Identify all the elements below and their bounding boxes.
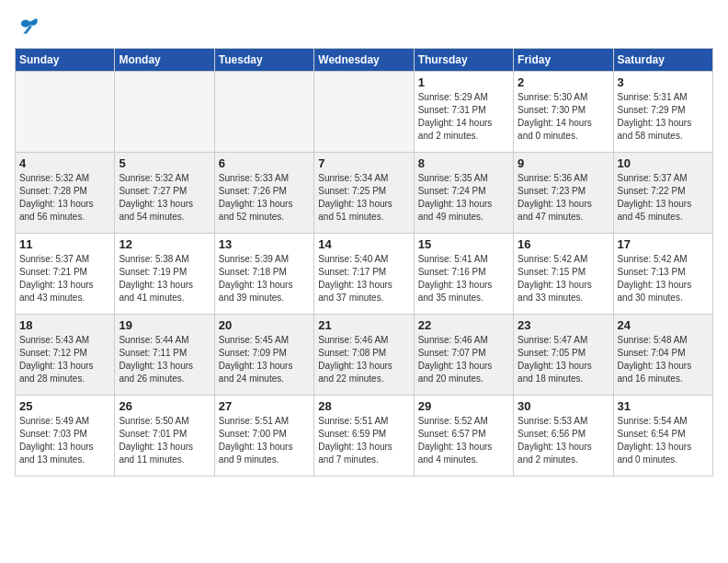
day-info: Sunrise: 5:32 AM Sunset: 7:27 PM Dayligh… [119, 172, 210, 224]
calendar-week-row: 11Sunrise: 5:37 AM Sunset: 7:21 PM Dayli… [16, 234, 713, 315]
day-number: 20 [219, 318, 310, 332]
day-info: Sunrise: 5:33 AM Sunset: 7:26 PM Dayligh… [219, 172, 310, 224]
day-info: Sunrise: 5:40 AM Sunset: 7:17 PM Dayligh… [318, 253, 409, 304]
calendar-day-cell: 16Sunrise: 5:42 AM Sunset: 7:15 PM Dayli… [514, 234, 613, 315]
calendar-day-cell [314, 72, 414, 153]
day-info: Sunrise: 5:36 AM Sunset: 7:23 PM Dayligh… [518, 172, 609, 224]
logo-icon [15, 15, 40, 40]
calendar-week-row: 18Sunrise: 5:43 AM Sunset: 7:12 PM Dayli… [16, 315, 713, 396]
day-number: 17 [618, 237, 709, 251]
day-number: 27 [219, 399, 310, 413]
calendar-day-cell: 27Sunrise: 5:51 AM Sunset: 7:00 PM Dayli… [214, 396, 313, 477]
calendar-day-cell: 20Sunrise: 5:45 AM Sunset: 7:09 PM Dayli… [214, 315, 313, 396]
day-info: Sunrise: 5:31 AM Sunset: 7:29 PM Dayligh… [618, 91, 709, 143]
weekday-header-friday: Friday [514, 49, 613, 72]
calendar-day-cell: 10Sunrise: 5:37 AM Sunset: 7:22 PM Dayli… [613, 153, 712, 234]
calendar-day-cell: 24Sunrise: 5:48 AM Sunset: 7:04 PM Dayli… [613, 315, 712, 396]
calendar-day-cell: 17Sunrise: 5:42 AM Sunset: 7:13 PM Dayli… [613, 234, 712, 315]
calendar-day-cell: 7Sunrise: 5:34 AM Sunset: 7:25 PM Daylig… [314, 153, 414, 234]
day-number: 13 [219, 237, 310, 251]
day-info: Sunrise: 5:46 AM Sunset: 7:08 PM Dayligh… [318, 334, 409, 385]
weekday-header-thursday: Thursday [414, 49, 513, 72]
page-header [15, 15, 713, 40]
calendar-day-cell: 5Sunrise: 5:32 AM Sunset: 7:27 PM Daylig… [115, 153, 214, 234]
day-number: 21 [318, 318, 409, 332]
day-info: Sunrise: 5:49 AM Sunset: 7:03 PM Dayligh… [19, 415, 110, 466]
day-info: Sunrise: 5:50 AM Sunset: 7:01 PM Dayligh… [119, 415, 210, 466]
calendar-day-cell: 21Sunrise: 5:46 AM Sunset: 7:08 PM Dayli… [314, 315, 414, 396]
calendar-day-cell: 22Sunrise: 5:46 AM Sunset: 7:07 PM Dayli… [414, 315, 513, 396]
day-number: 22 [418, 318, 509, 332]
day-number: 4 [19, 156, 110, 170]
day-info: Sunrise: 5:34 AM Sunset: 7:25 PM Dayligh… [318, 172, 409, 224]
day-number: 30 [518, 399, 609, 413]
calendar-day-cell: 15Sunrise: 5:41 AM Sunset: 7:16 PM Dayli… [414, 234, 513, 315]
calendar-day-cell: 2Sunrise: 5:30 AM Sunset: 7:30 PM Daylig… [514, 72, 613, 153]
calendar-day-cell: 6Sunrise: 5:33 AM Sunset: 7:26 PM Daylig… [214, 153, 313, 234]
day-number: 23 [518, 318, 609, 332]
day-info: Sunrise: 5:30 AM Sunset: 7:30 PM Dayligh… [518, 91, 609, 143]
day-info: Sunrise: 5:43 AM Sunset: 7:12 PM Dayligh… [19, 334, 110, 385]
calendar-day-cell: 23Sunrise: 5:47 AM Sunset: 7:05 PM Dayli… [514, 315, 613, 396]
day-number: 24 [618, 318, 709, 332]
day-number: 3 [618, 75, 709, 89]
calendar-day-cell: 28Sunrise: 5:51 AM Sunset: 6:59 PM Dayli… [314, 396, 414, 477]
calendar-day-cell: 18Sunrise: 5:43 AM Sunset: 7:12 PM Dayli… [16, 315, 115, 396]
day-info: Sunrise: 5:52 AM Sunset: 6:57 PM Dayligh… [418, 415, 509, 466]
day-info: Sunrise: 5:41 AM Sunset: 7:16 PM Dayligh… [418, 253, 509, 304]
calendar-day-cell [115, 72, 214, 153]
day-info: Sunrise: 5:45 AM Sunset: 7:09 PM Dayligh… [219, 334, 310, 385]
calendar-week-row: 1Sunrise: 5:29 AM Sunset: 7:31 PM Daylig… [16, 72, 713, 153]
calendar-day-cell [214, 72, 313, 153]
day-number: 2 [518, 75, 609, 89]
day-info: Sunrise: 5:53 AM Sunset: 6:56 PM Dayligh… [518, 415, 609, 466]
day-info: Sunrise: 5:38 AM Sunset: 7:19 PM Dayligh… [119, 253, 210, 304]
weekday-header-wednesday: Wednesday [314, 49, 414, 72]
day-number: 19 [119, 318, 210, 332]
day-info: Sunrise: 5:44 AM Sunset: 7:11 PM Dayligh… [119, 334, 210, 385]
calendar-day-cell: 3Sunrise: 5:31 AM Sunset: 7:29 PM Daylig… [613, 72, 712, 153]
day-info: Sunrise: 5:29 AM Sunset: 7:31 PM Dayligh… [418, 91, 509, 143]
calendar-day-cell: 25Sunrise: 5:49 AM Sunset: 7:03 PM Dayli… [16, 396, 115, 477]
day-number: 16 [518, 237, 609, 251]
day-number: 18 [19, 318, 110, 332]
calendar-day-cell: 11Sunrise: 5:37 AM Sunset: 7:21 PM Dayli… [16, 234, 115, 315]
day-number: 5 [119, 156, 210, 170]
day-number: 6 [219, 156, 310, 170]
calendar-day-cell: 29Sunrise: 5:52 AM Sunset: 6:57 PM Dayli… [414, 396, 513, 477]
calendar-week-row: 4Sunrise: 5:32 AM Sunset: 7:28 PM Daylig… [16, 153, 713, 234]
day-info: Sunrise: 5:35 AM Sunset: 7:24 PM Dayligh… [418, 172, 509, 224]
day-number: 8 [418, 156, 509, 170]
day-info: Sunrise: 5:51 AM Sunset: 6:59 PM Dayligh… [318, 415, 409, 466]
day-info: Sunrise: 5:48 AM Sunset: 7:04 PM Dayligh… [618, 334, 709, 385]
day-info: Sunrise: 5:37 AM Sunset: 7:22 PM Dayligh… [618, 172, 709, 224]
day-number: 12 [119, 237, 210, 251]
calendar-day-cell: 13Sunrise: 5:39 AM Sunset: 7:18 PM Dayli… [214, 234, 313, 315]
weekday-header-saturday: Saturday [613, 49, 712, 72]
day-number: 9 [518, 156, 609, 170]
calendar-table: SundayMondayTuesdayWednesdayThursdayFrid… [15, 48, 713, 477]
calendar-day-cell: 1Sunrise: 5:29 AM Sunset: 7:31 PM Daylig… [414, 72, 513, 153]
weekday-header-tuesday: Tuesday [214, 49, 313, 72]
day-number: 28 [318, 399, 409, 413]
logo [15, 15, 44, 40]
day-info: Sunrise: 5:46 AM Sunset: 7:07 PM Dayligh… [418, 334, 509, 385]
day-info: Sunrise: 5:47 AM Sunset: 7:05 PM Dayligh… [518, 334, 609, 385]
day-number: 10 [618, 156, 709, 170]
day-info: Sunrise: 5:39 AM Sunset: 7:18 PM Dayligh… [219, 253, 310, 304]
day-number: 15 [418, 237, 509, 251]
calendar-day-cell: 14Sunrise: 5:40 AM Sunset: 7:17 PM Dayli… [314, 234, 414, 315]
calendar-day-cell: 12Sunrise: 5:38 AM Sunset: 7:19 PM Dayli… [115, 234, 214, 315]
calendar-day-cell: 31Sunrise: 5:54 AM Sunset: 6:54 PM Dayli… [613, 396, 712, 477]
calendar-day-cell: 19Sunrise: 5:44 AM Sunset: 7:11 PM Dayli… [115, 315, 214, 396]
day-info: Sunrise: 5:54 AM Sunset: 6:54 PM Dayligh… [618, 415, 709, 466]
calendar-day-cell: 26Sunrise: 5:50 AM Sunset: 7:01 PM Dayli… [115, 396, 214, 477]
day-info: Sunrise: 5:37 AM Sunset: 7:21 PM Dayligh… [19, 253, 110, 304]
calendar-day-cell: 4Sunrise: 5:32 AM Sunset: 7:28 PM Daylig… [16, 153, 115, 234]
calendar-day-cell: 8Sunrise: 5:35 AM Sunset: 7:24 PM Daylig… [414, 153, 513, 234]
weekday-header-monday: Monday [115, 49, 214, 72]
calendar-day-cell [16, 72, 115, 153]
weekday-header-row: SundayMondayTuesdayWednesdayThursdayFrid… [16, 49, 713, 72]
day-number: 29 [418, 399, 509, 413]
day-number: 14 [318, 237, 409, 251]
